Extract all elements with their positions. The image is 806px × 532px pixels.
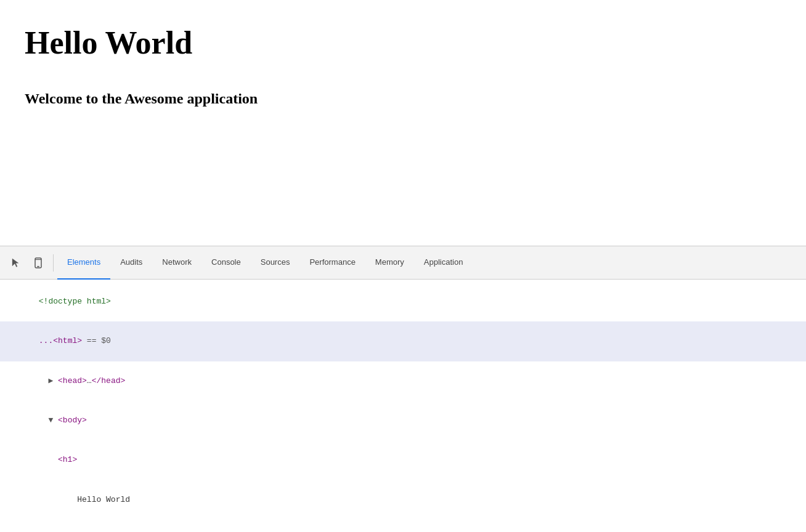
tab-memory[interactable]: Memory bbox=[365, 246, 414, 280]
page-heading1: Hello World bbox=[25, 25, 781, 61]
dom-body-open[interactable]: ▼ <body> bbox=[0, 401, 806, 440]
page-content: Hello World Welcome to the Awesome appli… bbox=[0, 0, 806, 246]
h1-text-content: Hello World bbox=[39, 495, 130, 504]
tab-console[interactable]: Console bbox=[202, 246, 251, 280]
body-open-tag: <body> bbox=[58, 416, 87, 425]
html-dollar: $0 bbox=[101, 336, 111, 345]
dom-h1-close[interactable]: </h1> bbox=[0, 520, 806, 532]
devtools-panel: Elements Audits Network Console Sources … bbox=[0, 246, 806, 532]
html-close-bracket: > bbox=[77, 336, 82, 345]
tab-application[interactable]: Application bbox=[414, 246, 473, 280]
dom-doctype: <!doctype html> bbox=[0, 282, 806, 321]
dom-tree[interactable]: <!doctype html> ...<html> == $0 ▶ <head>… bbox=[0, 280, 806, 532]
html-tag-dots: ... bbox=[39, 336, 53, 345]
dom-head-line[interactable]: ▶ <head>…</head> bbox=[0, 361, 806, 401]
dom-h1-text: Hello World bbox=[0, 480, 806, 520]
html-open-bracket: < bbox=[53, 336, 58, 345]
tab-network[interactable]: Network bbox=[152, 246, 202, 280]
head-arrow: ▶ bbox=[39, 376, 58, 385]
head-open: <head> bbox=[58, 376, 87, 385]
devtools-tabs-bar: Elements Audits Network Console Sources … bbox=[0, 246, 806, 280]
tab-audits[interactable]: Audits bbox=[110, 246, 152, 280]
dom-h1-open[interactable]: <h1> bbox=[0, 441, 806, 480]
body-arrow: ▼ bbox=[39, 416, 58, 425]
html-tag-name: html bbox=[58, 336, 77, 345]
tab-performance[interactable]: Performance bbox=[299, 246, 365, 280]
page-heading3: Welcome to the Awesome application bbox=[25, 91, 781, 107]
svg-rect-1 bbox=[37, 266, 39, 267]
tab-sources[interactable]: Sources bbox=[251, 246, 300, 280]
doctype-text: <!doctype html> bbox=[39, 297, 111, 306]
tab-divider bbox=[53, 254, 54, 272]
mobile-icon-button[interactable] bbox=[27, 252, 49, 274]
head-ellipsis: … bbox=[87, 376, 92, 385]
head-close: </head> bbox=[92, 376, 126, 385]
h1-open-tag: <h1> bbox=[39, 455, 77, 464]
html-equals: == bbox=[82, 336, 101, 345]
cursor-icon-button[interactable] bbox=[5, 252, 27, 274]
dom-html-line[interactable]: ...<html> == $0 bbox=[0, 321, 806, 361]
tab-elements[interactable]: Elements bbox=[57, 246, 110, 280]
